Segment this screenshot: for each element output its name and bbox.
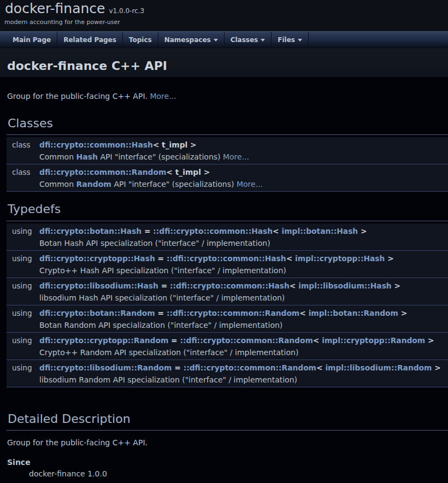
angle-close: >: [385, 254, 393, 263]
typedef-row: using dfi::crypto::cryptopp::Random = ::…: [7, 333, 448, 360]
impl-link[interactable]: impl::libsodium::Hash: [298, 281, 392, 290]
classes-heading: Classes: [7, 116, 448, 135]
contents: Group for the public-facing C++ API. Mor…: [7, 92, 448, 478]
tab-main-page[interactable]: Main Page: [7, 32, 57, 48]
angle-close: >: [425, 336, 434, 345]
type-link[interactable]: ::dfi::crypto::common::Random: [184, 363, 316, 372]
equals-sign: =: [158, 281, 170, 290]
typedef-link[interactable]: dfi::crypto::libsodium::Random: [39, 363, 172, 372]
desc-prefix: Common: [39, 180, 76, 189]
class-row: class dfi::crypto::common::Random< t_imp…: [7, 164, 448, 192]
template-args: < t_impl >: [153, 140, 197, 149]
member-description: libsodium Random API specialization ("in…: [39, 374, 448, 386]
angle-open: <: [316, 363, 325, 372]
page-title: docker-finance C++ API: [7, 59, 448, 73]
member-kind: class: [7, 139, 39, 151]
more-link[interactable]: More...: [150, 92, 176, 101]
impl-link[interactable]: impl::botan::Hash: [281, 227, 358, 235]
template-args: < t_impl >: [166, 168, 210, 176]
project-version: v1.0.0-rc.3: [109, 7, 144, 15]
intro-text: Group for the public-facing C++ API. Mor…: [7, 92, 448, 101]
typedef-row: using dfi::crypto::botan::Hash = ::dfi::…: [7, 223, 448, 251]
typedef-row: using dfi::crypto::libsodium::Hash = ::d…: [7, 278, 448, 305]
equals-sign: =: [168, 336, 180, 345]
typedef-link[interactable]: dfi::crypto::botan::Hash: [39, 227, 142, 235]
angle-close: >: [432, 363, 440, 372]
member-description: Crypto++ Random API specialization ("int…: [39, 346, 448, 358]
angle-close: >: [392, 281, 400, 290]
tab-topics[interactable]: Topics: [123, 32, 158, 48]
class-link[interactable]: Hash: [76, 152, 98, 161]
equals-sign: =: [172, 363, 183, 372]
type-link[interactable]: ::dfi::crypto::common::Hash: [153, 227, 273, 235]
member-description: Crypto++ Hash API specialization ("inter…: [39, 264, 448, 276]
tab-label: Main Page: [13, 36, 51, 44]
tab-files[interactable]: Files: [272, 32, 309, 48]
member-description: Common Hash API "interface" (specializat…: [39, 151, 448, 163]
member-kind: using: [7, 280, 39, 292]
member-kind: using: [7, 362, 39, 374]
detailed-description-heading: Detailed Description: [7, 412, 448, 431]
type-link[interactable]: ::dfi::crypto::common::Random: [180, 336, 313, 345]
typedefs-table: using dfi::crypto::botan::Hash = ::dfi::…: [7, 223, 448, 387]
impl-link[interactable]: impl::libsodium::Random: [325, 363, 432, 372]
type-link[interactable]: ::dfi::crypto::common::Hash: [167, 254, 286, 263]
member-kind: using: [7, 225, 39, 237]
more-link[interactable]: More...: [223, 152, 249, 161]
member-kind: class: [7, 166, 39, 178]
since-block: Since docker-finance 1.0.0: [7, 458, 448, 478]
tab-label: Namespaces: [164, 36, 211, 44]
class-link[interactable]: Random: [76, 180, 111, 189]
tab-label: Classes: [231, 36, 258, 44]
classes-table: class dfi::crypto::common::Hash< t_impl …: [7, 137, 448, 192]
equals-sign: =: [155, 309, 167, 317]
tab-label: Related Pages: [63, 36, 116, 44]
impl-link[interactable]: impl::cryptopp::Random: [322, 336, 425, 345]
type-link[interactable]: ::dfi::crypto::common::Random: [167, 309, 299, 317]
member-kind: using: [7, 307, 39, 319]
angle-open: <: [290, 281, 298, 290]
angle-open: <: [286, 254, 295, 263]
since-value: docker-finance 1.0.0: [29, 469, 448, 478]
tab-label: Files: [278, 36, 295, 44]
member-description: Botan Hash API specialization ("interfac…: [39, 237, 448, 249]
navbar: Main Page Related Pages Topics Namespace…: [0, 31, 448, 48]
typedefs-heading: Typedefs: [7, 202, 448, 221]
equals-sign: =: [142, 227, 153, 235]
angle-open: <: [313, 336, 322, 345]
desc-suffix: API "interface" (specializations): [111, 180, 237, 189]
since-label: Since: [7, 458, 448, 467]
typedef-link[interactable]: dfi::crypto::cryptopp::Hash: [39, 254, 155, 263]
angle-open: <: [273, 227, 281, 235]
typedef-row: using dfi::crypto::botan::Random = ::dfi…: [7, 305, 448, 333]
class-link[interactable]: dfi::crypto::common::Random: [39, 168, 166, 176]
more-link[interactable]: More...: [237, 180, 263, 189]
desc-suffix: API "interface" (specializations): [98, 152, 223, 161]
impl-link[interactable]: impl::botan::Random: [309, 309, 398, 317]
project-brief: modern accounting for the power-user: [4, 19, 448, 26]
impl-link[interactable]: impl::cryptopp::Hash: [295, 254, 385, 263]
tab-namespaces[interactable]: Namespaces: [158, 32, 225, 48]
typedef-link[interactable]: dfi::crypto::libsodium::Hash: [39, 281, 158, 290]
equals-sign: =: [155, 254, 167, 263]
title-area: docker-financev1.0.0-rc.3 modern account…: [0, 0, 448, 31]
tab-related-pages[interactable]: Related Pages: [57, 32, 123, 48]
typedef-link[interactable]: dfi::crypto::botan::Random: [39, 309, 155, 317]
typedef-row: using dfi::crypto::cryptopp::Hash = ::df…: [7, 251, 448, 278]
member-kind: using: [7, 252, 39, 264]
page-header: docker-finance C++ API: [0, 48, 448, 77]
typedef-link[interactable]: dfi::crypto::cryptopp::Random: [39, 336, 168, 345]
angle-open: <: [299, 309, 308, 317]
tab-classes[interactable]: Classes: [225, 32, 272, 48]
member-kind: using: [7, 334, 39, 346]
detailed-description-text: Group for the public-facing C++ API.: [7, 438, 448, 447]
project-name: docker-finance: [5, 1, 105, 16]
class-row: class dfi::crypto::common::Hash< t_impl …: [7, 137, 448, 164]
chevron-down-icon: [261, 39, 265, 42]
intro-text-span: Group for the public-facing C++ API.: [7, 92, 150, 101]
tab-label: Topics: [129, 36, 152, 44]
angle-close: >: [398, 309, 407, 317]
typedef-row: using dfi::crypto::libsodium::Random = :…: [7, 360, 448, 387]
type-link[interactable]: ::dfi::crypto::common::Hash: [170, 281, 290, 290]
class-link[interactable]: dfi::crypto::common::Hash: [39, 140, 153, 149]
